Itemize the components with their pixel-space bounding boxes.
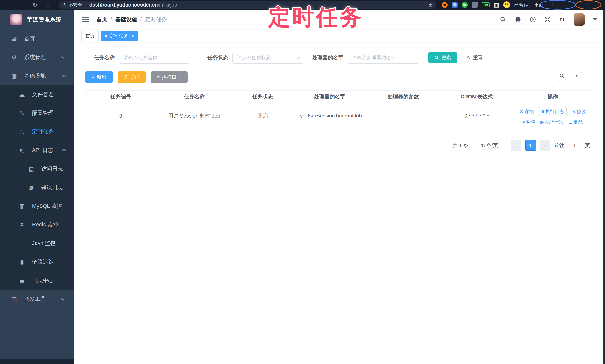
sidebar-collapse-bar[interactable] <box>0 359 74 364</box>
tab-close-icon[interactable]: × <box>132 33 134 39</box>
export-button[interactable]: ↧ 导出 <box>118 71 146 83</box>
pause-link[interactable]: × 暂停 <box>522 119 536 125</box>
browser-chrome-bar: ← → ↻ ⌂ ⚠ 不安全 dashboard.yudao.iocoder.cn… <box>0 0 605 10</box>
search-icon[interactable] <box>499 16 507 23</box>
avatar-caret-down-icon[interactable] <box>593 18 597 21</box>
goto-label: 前往 <box>554 142 564 149</box>
breadcrumb-infra[interactable]: 基础设施 <box>115 16 137 23</box>
eye-icon: ⊙ <box>520 109 524 114</box>
edit-link[interactable]: ✎ 修改 <box>572 108 586 115</box>
chevron-up-icon <box>62 74 66 79</box>
browser-update-button[interactable]: 更新 <box>534 2 544 8</box>
sidebar-item-trace[interactable]: ◉ 链路追踪 <box>0 253 74 271</box>
sidebar-item-redis-monitor[interactable]: ≡ Redis 监控 <box>0 215 74 234</box>
sidebar-item-access-log[interactable]: ▧ 访问日志 <box>0 160 74 178</box>
col-job-name: 任务名称 <box>156 93 232 100</box>
breadcrumb-current: 定时任务 <box>145 16 167 23</box>
github-icon[interactable] <box>514 16 522 23</box>
on-badge[interactable]: on <box>482 2 490 7</box>
sidebar-filler <box>0 308 74 359</box>
job-status-select[interactable]: 请选择任务状态 <box>232 52 304 64</box>
exec-log-button[interactable]: ≡ 执行日志 <box>151 71 187 83</box>
stack-icon: ≡ <box>18 221 26 228</box>
sidebar-item-dev-tools[interactable]: ◫ 研发工具 <box>0 290 74 308</box>
address-bar[interactable]: ⚠ 不安全 dashboard.yudao.iocoder.cn /infra/… <box>59 1 436 9</box>
extension-icon-blue[interactable] <box>452 2 458 8</box>
cloud-upload-icon: ☁ <box>18 91 26 98</box>
monitor-icon: ▭ <box>18 240 26 247</box>
sidebar-item-api-log[interactable]: ▨ API 日志 <box>0 141 74 160</box>
next-page-button[interactable]: › <box>540 140 551 151</box>
close-icon: × <box>522 119 525 125</box>
extension-icon-green[interactable] <box>462 2 468 8</box>
browser-back-button[interactable]: ← <box>5 2 13 8</box>
sidebar-item-label: MySQL 监控 <box>32 202 62 210</box>
chevron-down-icon <box>499 143 503 147</box>
breadcrumb-home[interactable]: 首页 <box>96 16 107 23</box>
sidebar-item-label: Redis 监控 <box>32 221 58 228</box>
hamburger-icon[interactable] <box>82 17 89 22</box>
run-once-link[interactable]: ▶ 执行一次 <box>540 119 564 125</box>
sidebar-item-label: 基础设施 <box>24 72 46 80</box>
reset-button[interactable]: ↻ 重置 <box>461 52 488 64</box>
eye-icon: ◉ <box>18 259 26 265</box>
exec-log-link[interactable]: ≡ 执行日志 <box>539 107 567 116</box>
browser-menu-icon[interactable]: ⋮ <box>549 2 555 8</box>
sidebar-item-label: 错误日志 <box>41 184 63 191</box>
sidebar-item-home[interactable]: ▦ 首页 <box>0 29 74 48</box>
sidebar-item-file-manage[interactable]: ☁ 文件管理 <box>0 85 74 104</box>
browser-home-button[interactable]: ⌂ <box>44 2 52 8</box>
tab-home[interactable]: 首页 <box>81 31 99 41</box>
filter-form: 任务名称 任务状态 请选择任务状态 处理器的名字 搜索 <box>94 52 596 64</box>
font-size-icon[interactable]: tT <box>559 16 566 23</box>
log-center-icon: ▤ <box>18 277 26 284</box>
extension-icon-gray[interactable] <box>472 2 478 8</box>
sidebar-item-log-center[interactable]: ▤ 日志中心 <box>0 271 74 290</box>
col-cron: CRON 表达式 <box>440 93 513 100</box>
pen-icon: ✎ <box>572 109 575 114</box>
sidebar-item-mysql-monitor[interactable]: ▥ MySQL 监控 <box>0 197 74 215</box>
bookmark-star-icon[interactable]: ★ <box>428 2 433 8</box>
search-button[interactable]: 搜索 <box>428 52 457 64</box>
browser-forward-button[interactable]: → <box>18 2 26 8</box>
tags-view-bar: 首页 定时任务 × <box>74 29 605 42</box>
sidebar-item-label: 链路追踪 <box>32 258 53 266</box>
sidebar-item-error-log[interactable]: ▩ 错误日志 <box>0 178 74 197</box>
help-icon[interactable]: ? <box>529 16 537 23</box>
trash-icon: ⊟ <box>568 119 572 125</box>
sidebar-item-java-monitor[interactable]: ▭ Java 监控 <box>0 234 74 253</box>
handler-name-input[interactable] <box>348 52 419 64</box>
fullscreen-icon[interactable] <box>544 16 552 23</box>
document-error-icon: ▩ <box>27 184 35 191</box>
window-scrollbar[interactable] <box>603 10 605 364</box>
browser-reload-button[interactable]: ↻ <box>31 2 39 8</box>
table-header-row: 任务编号 任务名称 任务状态 处理器的名字 处理器的参数 CRON 表达式 操作 <box>85 91 592 103</box>
extension-icon-orange[interactable] <box>442 2 447 8</box>
user-avatar[interactable] <box>574 13 585 26</box>
job-name-input[interactable] <box>119 52 190 64</box>
detail-link[interactable]: ⊙ 详细 <box>520 108 534 115</box>
sidebar-item-scheduled-task[interactable]: ◷ 定时任务 <box>0 122 74 141</box>
sidebar-item-system[interactable]: ⚙ 系统管理 <box>0 48 74 66</box>
goto-page-input[interactable] <box>568 140 581 151</box>
database-icon: ▥ <box>18 203 26 210</box>
security-label[interactable]: 不安全 <box>68 2 82 8</box>
sidebar-logo-row[interactable]: 芋道管理系统 <box>0 10 74 29</box>
show-search-toggle-button[interactable] <box>557 71 567 81</box>
current-page-button[interactable]: 1 <box>525 140 536 151</box>
puzzle-extensions-icon[interactable]: ▦ <box>494 2 499 8</box>
tab-scheduled-task[interactable]: 定时任务 × <box>101 31 138 41</box>
cell-actions: ⊙ 详细 ≡ 执行日志 ✎ 修改 <box>513 107 592 125</box>
add-button[interactable]: + 新增 <box>85 71 113 83</box>
sidebar-item-config-manage[interactable]: ✎ 配置管理 <box>0 104 74 122</box>
delete-link[interactable]: ⊟ 删除 <box>568 119 583 125</box>
cell-job-status: 开启 <box>232 112 293 119</box>
page-size-select[interactable]: 10条/页 <box>472 140 507 151</box>
pagination: 共 1 条 10条/页 ‹ 1 › 前往 页 <box>82 140 596 151</box>
col-actions: 操作 <box>513 93 592 100</box>
emoji-avatar-icon[interactable] <box>503 1 510 8</box>
sidebar-item-infra[interactable]: ▣ 基础设施 <box>0 66 74 85</box>
sidebar: 芋道管理系统 ▦ 首页 ⚙ 系统管理 ▣ 基础设施 ☁ 文件管理 ✎ 配置管理 … <box>0 10 74 364</box>
prev-page-button[interactable]: ‹ <box>511 140 522 151</box>
refresh-table-button[interactable]: ↻ <box>572 71 582 81</box>
